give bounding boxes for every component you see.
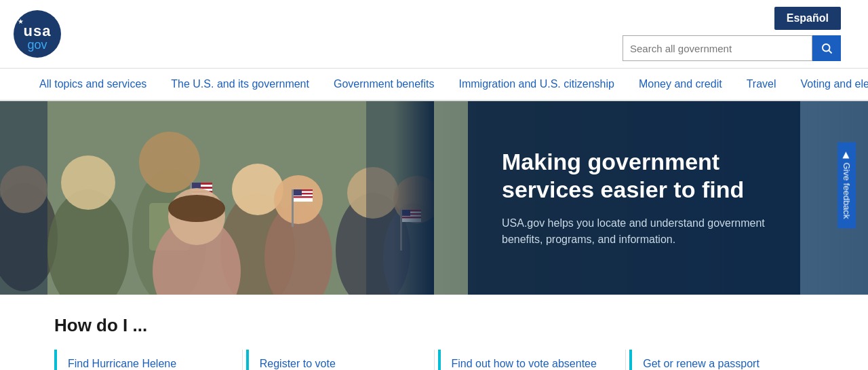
hero-text-box: Making government services easier to fin… bbox=[468, 101, 800, 295]
nav-item-immigration[interactable]: Immigration and U.S. citizenship bbox=[446, 69, 626, 100]
feedback-arrow-icon: ◀ bbox=[842, 151, 852, 158]
svg-line-1 bbox=[829, 50, 831, 53]
usa-gov-logo[interactable]: ★ usa gov bbox=[14, 10, 61, 58]
feedback-tab[interactable]: ◀ Give feedback bbox=[837, 142, 856, 228]
search-icon bbox=[821, 42, 833, 54]
hero-title: Making government services easier to fin… bbox=[502, 148, 766, 204]
site-header: ★ usa gov Español bbox=[0, 0, 868, 69]
svg-point-20 bbox=[168, 195, 225, 222]
how-do-i-section: How do I ... Find Hurricane Helene infor… bbox=[0, 295, 868, 370]
card-divider-1 bbox=[242, 350, 243, 370]
svg-point-0 bbox=[823, 44, 830, 52]
how-card-vote-absentee[interactable]: Find out how to vote absentee or vote by… bbox=[438, 350, 623, 370]
hero-section: Making government services easier to fin… bbox=[0, 101, 868, 295]
nav-item-us-government[interactable]: The U.S. and its government bbox=[159, 69, 321, 100]
feedback-label: Give feedback bbox=[842, 162, 852, 219]
svg-rect-28 bbox=[294, 189, 302, 196]
svg-point-6 bbox=[61, 155, 115, 210]
logo-usa-text: usa bbox=[24, 24, 52, 39]
how-card-hurricane[interactable]: Find Hurricane Helene information and he… bbox=[54, 350, 239, 370]
logo-area[interactable]: ★ usa gov bbox=[14, 10, 61, 58]
how-do-i-title: How do I ... bbox=[54, 315, 814, 336]
nav-item-all-topics[interactable]: All topics and services bbox=[27, 69, 159, 100]
main-nav: All topics and services The U.S. and its… bbox=[0, 69, 868, 101]
crowd-illustration bbox=[0, 101, 434, 295]
how-card-passport[interactable]: Get or renew a passport bbox=[629, 350, 814, 370]
hero-subtitle: USA.gov helps you locate and understand … bbox=[502, 215, 766, 248]
nav-item-voting[interactable]: Voting and elections bbox=[789, 69, 868, 100]
svg-rect-27 bbox=[294, 196, 313, 198]
search-button[interactable] bbox=[812, 35, 841, 61]
how-do-i-cards: Find Hurricane Helene information and he… bbox=[54, 350, 814, 370]
header-right: Español bbox=[623, 7, 841, 61]
how-card-register-vote[interactable]: Register to vote bbox=[246, 350, 431, 370]
svg-rect-39 bbox=[0, 101, 47, 295]
nav-item-gov-benefits[interactable]: Government benefits bbox=[321, 69, 447, 100]
svg-rect-23 bbox=[292, 189, 294, 227]
search-input[interactable] bbox=[623, 35, 812, 61]
nav-item-money-credit[interactable]: Money and credit bbox=[627, 69, 734, 100]
logo-gov-text: gov bbox=[27, 39, 47, 51]
search-bar bbox=[623, 35, 841, 61]
nav-item-travel[interactable]: Travel bbox=[734, 69, 789, 100]
card-divider-2 bbox=[434, 350, 435, 370]
espanol-button[interactable]: Español bbox=[774, 7, 841, 30]
hero-fade bbox=[393, 101, 434, 295]
card-divider-3 bbox=[625, 350, 626, 370]
